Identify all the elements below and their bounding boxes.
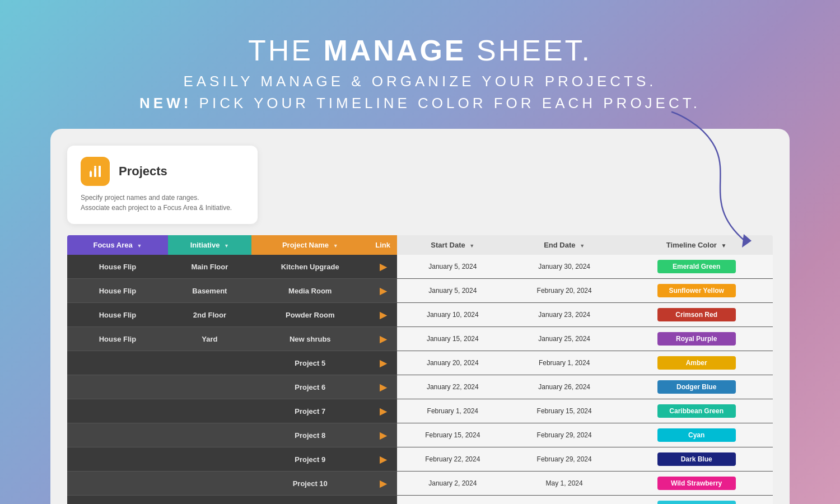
end-date-cell: February 1, 2024	[508, 351, 620, 375]
col-header-start-date[interactable]: Start Date ▼	[397, 235, 508, 255]
table-row: House Flip2nd FloorPowder Room▶January 1…	[67, 303, 773, 327]
color-badge: Emerald Green	[657, 260, 736, 273]
color-cell: Royal Purple	[620, 327, 773, 351]
color-badge: Dark Blue	[657, 452, 736, 466]
table-row: Project 9▶February 22, 2024February 29, …	[67, 447, 773, 472]
data-cell: Main Floor	[168, 255, 251, 279]
start-date-cell: February 15, 2024	[397, 423, 508, 447]
end-date-cell: February 29, 2024	[508, 423, 620, 447]
start-date-cell: February 1, 2024	[397, 399, 508, 423]
end-date-cell: February 20, 2024	[508, 279, 620, 303]
end-date-cell: February 29, 2024	[508, 447, 620, 472]
link-cell[interactable]: ▶	[369, 279, 397, 303]
color-cell: Wild Strawberry	[620, 472, 773, 496]
link-cell[interactable]: ▶	[369, 303, 397, 327]
table-row: Project 6▶January 22, 2024January 26, 20…	[67, 375, 773, 399]
data-cell: Project 9	[251, 447, 369, 472]
link-arrow-icon[interactable]: ▶	[380, 407, 386, 416]
data-cell: House Flip	[67, 255, 168, 279]
color-cell: Crimson Red	[620, 303, 773, 327]
link-cell[interactable]: ▶	[369, 327, 397, 351]
link-arrow-icon[interactable]: ▶	[380, 455, 386, 464]
col-header-initiative[interactable]: Initiative ▼	[168, 235, 251, 255]
data-cell: Project 8	[251, 423, 369, 447]
data-cell: Media Room	[251, 279, 369, 303]
link-cell[interactable]: ▶	[369, 351, 397, 375]
col-header-project-name[interactable]: Project Name ▼	[251, 235, 369, 255]
data-cell	[168, 472, 251, 496]
color-badge: Wild Strawberry	[657, 477, 736, 490]
data-cell	[67, 375, 168, 399]
data-cell: Basement	[168, 279, 251, 303]
data-cell: House Flip	[67, 303, 168, 327]
start-date-cell: January 3, 2024	[397, 496, 508, 505]
projects-desc: Specify project names and date ranges. A…	[81, 193, 244, 213]
header-section: THE MANAGE SHEET. EASILY MANAGE & ORGANI…	[0, 0, 840, 129]
color-cell: Dodger Blue	[620, 375, 773, 399]
table-row: House FlipMain FloorKitchen Upgrade▶Janu…	[67, 255, 773, 279]
data-cell	[168, 496, 251, 505]
link-arrow-icon[interactable]: ▶	[380, 334, 386, 344]
table-row: Project 5▶January 20, 2024February 1, 20…	[67, 351, 773, 375]
projects-card: Projects Specify project names and date …	[67, 146, 258, 224]
start-date-cell: January 2, 2024	[397, 472, 508, 496]
table-row: House FlipYardNew shrubs▶January 15, 202…	[67, 327, 773, 351]
end-date-cell: January 25, 2024	[508, 327, 620, 351]
color-cell: Caribbean Green	[620, 399, 773, 423]
start-date-cell: January 5, 2024	[397, 255, 508, 279]
link-cell[interactable]: ▶	[369, 472, 397, 496]
data-cell: Project 10	[251, 472, 369, 496]
table-row: Project 7▶February 1, 2024February 15, 2…	[67, 399, 773, 423]
data-cell: House Flip	[67, 327, 168, 351]
color-badge: Caribbean Green	[657, 404, 736, 418]
svg-rect-2	[94, 168, 96, 177]
title-line2: EASILY MANAGE & ORGANIZE YOUR PROJECTS.	[0, 73, 840, 90]
table-row: Project 11▶January 3, 2024May 1, 2024Tur…	[67, 496, 773, 505]
col-header-timeline-color[interactable]: Timeline Color ▼	[620, 235, 773, 255]
link-arrow-icon[interactable]: ▶	[380, 286, 386, 296]
start-date-cell: January 10, 2024	[397, 303, 508, 327]
start-date-cell: January 20, 2024	[397, 351, 508, 375]
col-header-focus-area[interactable]: Focus Area ▼	[67, 235, 168, 255]
table-row: Project 8▶February 15, 2024February 29, …	[67, 423, 773, 447]
spreadsheet-table: Focus Area ▼ Initiative ▼ Project Name ▼…	[67, 235, 773, 504]
color-badge: Cyan	[657, 428, 736, 442]
data-cell	[168, 351, 251, 375]
start-date-cell: February 22, 2024	[397, 447, 508, 472]
link-arrow-icon[interactable]: ▶	[380, 262, 386, 272]
data-cell	[168, 399, 251, 423]
data-cell	[67, 447, 168, 472]
svg-rect-3	[99, 166, 101, 177]
color-cell: Turquoise	[620, 496, 773, 505]
link-arrow-icon[interactable]: ▶	[380, 310, 386, 320]
data-cell	[67, 351, 168, 375]
table-row: House FlipBasementMedia Room▶January 5, …	[67, 279, 773, 303]
link-cell[interactable]: ▶	[369, 399, 397, 423]
link-arrow-icon[interactable]: ▶	[380, 382, 386, 392]
projects-card-title: Projects	[119, 164, 167, 179]
data-cell: Powder Room	[251, 303, 369, 327]
link-cell[interactable]: ▶	[369, 423, 397, 447]
projects-icon	[81, 157, 110, 186]
link-arrow-icon[interactable]: ▶	[380, 431, 386, 440]
color-cell: Sunflower Yellow	[620, 279, 773, 303]
start-date-cell: January 22, 2024	[397, 375, 508, 399]
end-date-cell: January 23, 2024	[508, 303, 620, 327]
data-cell	[168, 447, 251, 472]
col-header-end-date[interactable]: End Date ▼	[508, 235, 620, 255]
data-cell: Project 11	[251, 496, 369, 505]
title-line3: NEW! PICK YOUR TIMELINE COLOR FOR EACH P…	[0, 95, 840, 112]
end-date-cell: January 30, 2024	[508, 255, 620, 279]
link-cell[interactable]: ▶	[369, 255, 397, 279]
color-cell: Amber	[620, 351, 773, 375]
color-cell: Cyan	[620, 423, 773, 447]
link-arrow-icon[interactable]: ▶	[380, 358, 386, 368]
svg-rect-1	[90, 171, 92, 177]
main-card: Projects Specify project names and date …	[50, 129, 790, 504]
data-cell: Kitchen Upgrade	[251, 255, 369, 279]
link-cell[interactable]: ▶	[369, 447, 397, 472]
link-cell[interactable]: ▶	[369, 375, 397, 399]
link-cell[interactable]: ▶	[369, 496, 397, 505]
start-date-cell: January 5, 2024	[397, 279, 508, 303]
link-arrow-icon[interactable]: ▶	[380, 479, 386, 488]
